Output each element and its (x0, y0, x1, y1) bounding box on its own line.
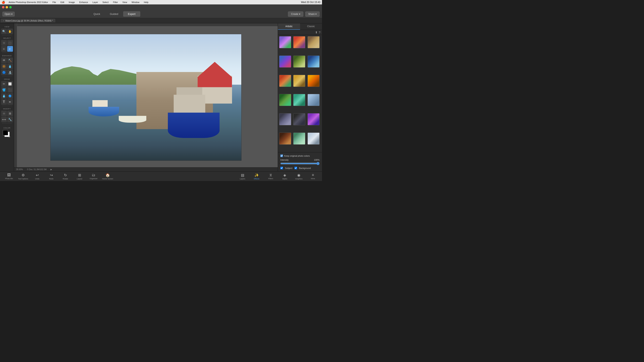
color-reset-icon[interactable]: ⇌ (8, 136, 11, 139)
pan-tool[interactable]: ✋ (7, 28, 13, 34)
effect-thumb-3[interactable] (308, 36, 320, 48)
background-checkbox[interactable] (294, 167, 297, 169)
more-info-icon[interactable]: ▶ (50, 168, 52, 171)
effect-thumb-15[interactable] (308, 113, 320, 125)
maximize-button[interactable] (9, 6, 12, 8)
tab-guided[interactable]: Guided (105, 11, 123, 17)
effect-thumb-9[interactable] (308, 75, 320, 87)
redo-button[interactable]: ↪ Redo (44, 172, 58, 181)
photo-canvas[interactable] (50, 34, 242, 161)
effect-thumb-4[interactable] (279, 55, 291, 67)
doc-tab-watercolour[interactable]: × WaterColour.jpg @ 39.9% (Artistic Effe… (1, 19, 55, 22)
filters-icon: ⧖ (270, 173, 272, 177)
move-tool[interactable]: ⊹ (1, 40, 7, 46)
effect-thumb-18[interactable] (308, 132, 320, 145)
effects-button[interactable]: ✨ Effects (250, 172, 264, 181)
tab-expert[interactable]: Expert (123, 11, 140, 17)
menu-help[interactable]: Help (143, 1, 149, 3)
home-screen-button[interactable]: 🏠 Home Screen (100, 172, 115, 181)
intensity-label-row: Intensity 100% (280, 159, 320, 161)
tab-artistic[interactable]: Artistic (278, 23, 300, 30)
menu-select[interactable]: Select (102, 1, 110, 3)
blur-tool[interactable]: 💧 (7, 63, 13, 69)
graphics-button[interactable]: ◉ Graphics (292, 172, 306, 181)
undo-button[interactable]: ↩ Undo (30, 172, 44, 181)
zoom-tool[interactable]: 🔍 (1, 28, 7, 34)
tool-options-label: Tool Options (18, 178, 28, 180)
color-swatches[interactable]: ⇌ (3, 130, 11, 139)
eyedropper-tool[interactable]: 💧 (1, 93, 7, 99)
red-eye-tool[interactable]: 👁 (1, 57, 7, 63)
effect-thumb-16[interactable] (279, 132, 291, 145)
effect-thumb-10[interactable] (279, 94, 291, 106)
effect-thumb-12[interactable] (308, 94, 320, 106)
effect-thumb-8[interactable] (293, 75, 305, 87)
eraser-tool[interactable]: ⬜ (7, 81, 13, 87)
minimize-button[interactable] (6, 6, 8, 8)
effect-thumb-7[interactable] (279, 75, 291, 87)
menu-enhance[interactable]: Enhance (78, 1, 89, 3)
upload-icon[interactable]: ⬆ (315, 31, 318, 34)
lasso-tool[interactable]: ⊂ (1, 46, 7, 52)
foreground-color-swatch[interactable] (3, 130, 8, 135)
organizer-button[interactable]: 🗂 Organizer (86, 172, 100, 181)
crop-tool[interactable]: ⊹ (1, 111, 7, 116)
effect-thumb-17[interactable] (293, 132, 305, 145)
effect-thumb-5[interactable] (293, 55, 305, 67)
bottom-right-buttons: ▤ Layers ✨ Effects ⧖ Filters ◈ Styles ◉ … (236, 172, 320, 181)
recompose-tool[interactable]: ⟺ (1, 117, 7, 122)
effect-thumb-6[interactable] (308, 55, 320, 67)
rect-tool[interactable]: 🔷 (7, 93, 13, 99)
keep-colors-checkbox[interactable] (280, 154, 283, 157)
help-icon[interactable]: ? (319, 31, 320, 34)
more-label: More (311, 178, 315, 180)
styles-button[interactable]: ◈ Styles (278, 172, 292, 181)
more-button[interactable]: ≡ More (306, 172, 320, 181)
quick-select-tool[interactable]: ⊏ (7, 46, 13, 52)
layers-button[interactable]: ▤ Layers (236, 172, 250, 181)
menu-edit[interactable]: Edit (60, 1, 65, 3)
paint-bucket-tool[interactable]: 🪣 (1, 87, 7, 93)
marquee-tool[interactable]: ⬚ (7, 40, 13, 46)
transform-tool[interactable]: ⊞ (7, 111, 13, 116)
pen-tool[interactable]: ✒ (7, 99, 13, 105)
effect-thumb-1[interactable] (279, 36, 291, 48)
rotate-button[interactable]: ↻ Rotate (58, 172, 72, 181)
layout-button[interactable]: ⊞ Layout (72, 172, 86, 181)
zoom3-tool[interactable]: 🔬 (7, 70, 13, 75)
menu-layer[interactable]: Layer (92, 1, 99, 3)
open-button[interactable]: Open ▾ (2, 12, 15, 16)
effect-thumb-14[interactable] (293, 113, 305, 125)
menu-window[interactable]: Window (131, 1, 140, 3)
menu-file[interactable]: File (52, 1, 57, 3)
brush-tool[interactable]: ✏ (1, 81, 7, 87)
menu-view[interactable]: View (122, 1, 128, 3)
close-button[interactable] (2, 6, 4, 8)
dodge-tool[interactable]: 🔆 (1, 63, 7, 69)
share-button[interactable]: Share ▾ (305, 11, 320, 17)
sponge-tool[interactable]: 🔵 (1, 70, 7, 75)
organizer-label: Organizer (90, 178, 98, 180)
menu-image[interactable]: Image (68, 1, 76, 3)
effect-thumb-13[interactable] (279, 113, 291, 125)
tool-options-button[interactable]: ⚙ Tool Options (16, 172, 30, 181)
doc-close-icon[interactable]: × (3, 20, 4, 22)
text-tool[interactable]: T (1, 99, 7, 105)
create-button[interactable]: Create ▾ (288, 11, 303, 17)
doc-size: © Doc: 51.3M/102.5M (27, 168, 46, 171)
apple-menu[interactable]: 🍎 (2, 0, 5, 4)
tab-classic[interactable]: Classic (300, 23, 322, 30)
healing-tool[interactable]: 🔨 (7, 57, 13, 63)
effect-thumb-2[interactable] (293, 36, 305, 48)
warp-tool[interactable]: 🔧 (7, 117, 13, 122)
intensity-slider[interactable] (280, 162, 320, 165)
tab-quick[interactable]: Quick (88, 11, 105, 17)
shape-tool[interactable]: ⬛ (7, 87, 13, 93)
filters-button[interactable]: ⧖ Filters (264, 172, 278, 181)
menu-filter[interactable]: Filter (112, 1, 119, 3)
graphics-label: Graphics (295, 178, 302, 180)
subject-checkbox[interactable] (280, 167, 283, 169)
effect-thumb-11[interactable] (293, 94, 305, 106)
effects-tabs: Artistic Classic (278, 23, 322, 30)
photo-bin-button[interactable]: 🖼 Photo Bin (2, 172, 16, 181)
